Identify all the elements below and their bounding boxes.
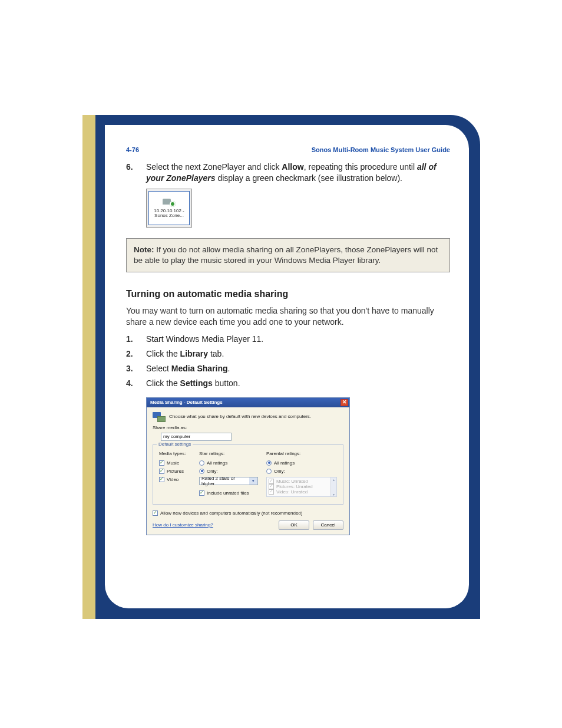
- dropdown-value: Rated 2 stars or higher: [201, 476, 249, 486]
- media-types-label: Media types:: [159, 451, 191, 456]
- step-number: 3.: [126, 363, 138, 374]
- default-settings-fieldset: Default settings Media types: ✓Music ✓Pi…: [153, 444, 343, 505]
- close-icon[interactable]: ✕: [340, 399, 348, 406]
- video-checkbox[interactable]: ✓Video: [159, 477, 191, 482]
- page-content: 4-76 Sonos Multi-Room Music System User …: [105, 125, 469, 608]
- section-intro: You may want to turn on automatic media …: [126, 305, 450, 328]
- ordered-steps: 1.Start Windows Media Player 11. 2.Click…: [126, 334, 450, 389]
- all-ratings-radio[interactable]: All ratings: [199, 460, 258, 466]
- rating-dropdown[interactable]: Rated 2 stars or higher ▾: [199, 477, 258, 485]
- step-number: 4.: [126, 378, 138, 389]
- dialog-description: Choose what you share by default with ne…: [169, 414, 311, 419]
- customize-sharing-link[interactable]: How do I customize sharing?: [153, 522, 213, 528]
- chevron-down-icon: ▾: [249, 477, 257, 485]
- music-checkbox[interactable]: ✓Music: [159, 460, 191, 466]
- dialog-title: Media Sharing - Default Settings: [150, 400, 223, 405]
- page-number: 4-76: [126, 146, 139, 153]
- media-sharing-dialog: Media Sharing - Default Settings ✕ Choos…: [146, 397, 350, 535]
- include-unrated-checkbox[interactable]: ✓Include unrated files: [199, 490, 258, 496]
- ok-button[interactable]: OK: [279, 521, 309, 530]
- dialog-titlebar: Media Sharing - Default Settings ✕: [147, 398, 349, 407]
- checkmark-icon: [163, 197, 176, 207]
- share-as-input[interactable]: [161, 433, 232, 441]
- parental-all-radio[interactable]: All ratings: [266, 460, 337, 466]
- zoneplayer-icon-frame: 10.20.10.102 - Sonos Zone...: [146, 189, 192, 228]
- zone-name-label: Sonos Zone...: [154, 213, 184, 218]
- fieldset-legend: Default settings: [157, 442, 193, 447]
- page-accent-bar: [82, 115, 95, 619]
- note-text: If you do not allow media sharing on all…: [134, 245, 438, 265]
- cancel-button[interactable]: Cancel: [313, 521, 343, 530]
- dialog-description-row: Choose what you share by default with ne…: [153, 412, 343, 421]
- page-header: 4-76 Sonos Multi-Room Music System User …: [126, 146, 450, 153]
- step-text: Click the Library tab.: [146, 348, 450, 360]
- auto-allow-checkbox[interactable]: ✓Allow new devices and computers automat…: [153, 510, 343, 516]
- section-heading: Turning on automatic media sharing: [126, 289, 450, 299]
- parental-only-radio[interactable]: Only:: [266, 469, 337, 474]
- note-label: Note:: [134, 245, 154, 254]
- note-callout: Note: If you do not allow media sharing …: [126, 238, 450, 272]
- step-text: Start Windows Media Player 11.: [146, 334, 450, 345]
- step-6: 6. Select the next ZonePlayer and click …: [126, 162, 450, 184]
- step-text: Select the next ZonePlayer and click All…: [146, 162, 450, 184]
- parental-listbox[interactable]: ✓Music: Unrated ✓Pictures: Unrated ✓Vide…: [266, 477, 337, 497]
- pictures-checkbox[interactable]: ✓Pictures: [159, 469, 191, 474]
- guide-title: Sonos Multi-Room Music System User Guide: [312, 146, 450, 153]
- scrollbar[interactable]: ▴▾: [330, 477, 336, 496]
- parental-ratings-label: Parental ratings:: [266, 451, 337, 456]
- step-text: Click the Settings button.: [146, 378, 450, 389]
- star-ratings-label: Star ratings:: [199, 451, 258, 456]
- step-number: 1.: [126, 334, 138, 345]
- step-text: Select Media Sharing.: [146, 363, 450, 374]
- step-number: 2.: [126, 348, 138, 360]
- step-number: 6.: [126, 162, 138, 184]
- zoneplayer-device-icon: 10.20.10.102 - Sonos Zone...: [148, 191, 190, 225]
- media-icon: [153, 412, 166, 421]
- share-as-label: Share media as:: [153, 425, 343, 430]
- only-radio[interactable]: Only:: [199, 469, 258, 474]
